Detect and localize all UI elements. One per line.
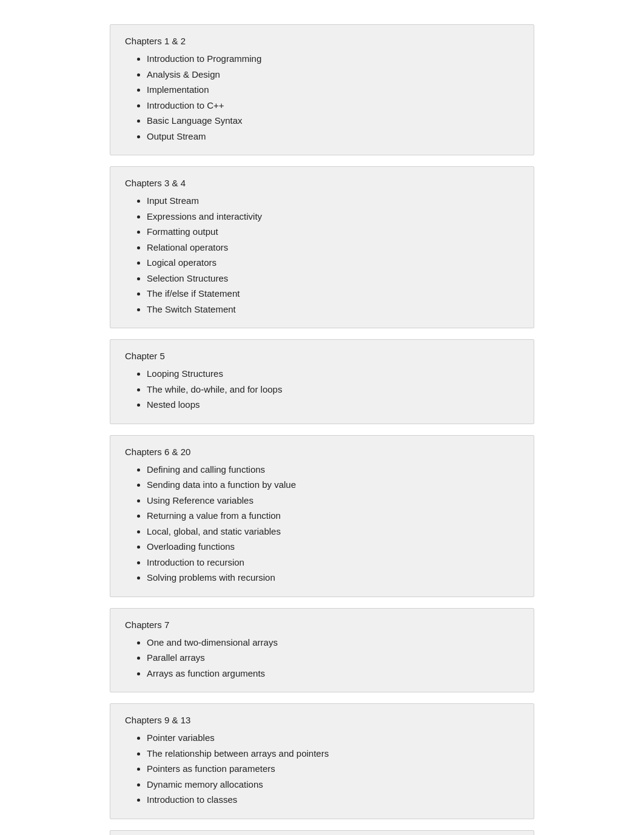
section-ch1-2-heading: Chapters 1 & 2 (125, 36, 519, 46)
list-item: Expressions and interactivity (147, 209, 519, 225)
list-item: Implementation (147, 82, 519, 98)
list-item: The while, do-while, and for loops (147, 382, 519, 397)
section-ch9-13: Chapters 9 & 13Pointer variablesThe rela… (110, 703, 534, 819)
section-ch1-2: Chapters 1 & 2Introduction to Programmin… (110, 24, 534, 155)
list-item: Formatting output (147, 224, 519, 240)
list-item: Looping Structures (147, 366, 519, 382)
section-ch9-13-list: Pointer variablesThe relationship betwee… (125, 730, 519, 808)
list-item: Overloading functions (147, 539, 519, 555)
list-item: Pointers as function parameters (147, 761, 519, 777)
list-item: Selection Structures (147, 271, 519, 286)
section-ch1-2-list: Introduction to ProgrammingAnalysis & De… (125, 51, 519, 144)
list-item: Pointer variables (147, 730, 519, 746)
list-item: Sending data into a function by value (147, 477, 519, 493)
list-item: The relationship between arrays and poin… (147, 746, 519, 762)
section-ch3-4-heading: Chapters 3 & 4 (125, 178, 519, 188)
section-time-permitting: (Time permitting)Using files for data st… (110, 830, 534, 836)
list-item: Arrays as function arguments (147, 666, 519, 681)
list-item: One and two-dimensional arrays (147, 635, 519, 651)
section-ch3-4: Chapters 3 & 4Input StreamExpressions an… (110, 166, 534, 328)
section-ch6-20-list: Defining and calling functionsSending da… (125, 462, 519, 586)
section-ch6-20-heading: Chapters 6 & 20 (125, 447, 519, 457)
list-item: Introduction to recursion (147, 555, 519, 570)
section-ch7-heading: Chapters 7 (125, 620, 519, 630)
list-item: Relational operators (147, 240, 519, 255)
section-ch5-heading: Chapter 5 (125, 351, 519, 361)
section-ch9-13-heading: Chapters 9 & 13 (125, 715, 519, 725)
list-item: Introduction to classes (147, 792, 519, 808)
list-item: Nested loops (147, 397, 519, 413)
list-item: Solving problems with recursion (147, 570, 519, 586)
section-ch7-list: One and two-dimensional arraysParallel a… (125, 635, 519, 681)
list-item: Introduction to Programming (147, 51, 519, 67)
list-item: Defining and calling functions (147, 462, 519, 478)
page-container: Chapters 1 & 2Introduction to Programmin… (110, 0, 534, 835)
section-ch5: Chapter 5Looping StructuresThe while, do… (110, 339, 534, 424)
list-item: Parallel arrays (147, 650, 519, 666)
list-item: Using Reference variables (147, 493, 519, 509)
list-item: Returning a value from a function (147, 508, 519, 524)
list-item: Basic Language Syntax (147, 113, 519, 129)
list-item: Analysis & Design (147, 67, 519, 83)
list-item: Dynamic memory allocations (147, 777, 519, 793)
list-item: Local, global, and static variables (147, 524, 519, 539)
list-item: The Switch Statement (147, 302, 519, 317)
section-ch3-4-list: Input StreamExpressions and interactivit… (125, 193, 519, 317)
list-item: Introduction to C++ (147, 98, 519, 113)
list-item: Input Stream (147, 193, 519, 209)
list-item: Output Stream (147, 129, 519, 144)
section-ch7: Chapters 7One and two-dimensional arrays… (110, 608, 534, 693)
section-ch5-list: Looping StructuresThe while, do-while, a… (125, 366, 519, 413)
section-ch6-20: Chapters 6 & 20Defining and calling func… (110, 435, 534, 597)
list-item: The if/else if Statement (147, 286, 519, 302)
list-item: Logical operators (147, 255, 519, 271)
